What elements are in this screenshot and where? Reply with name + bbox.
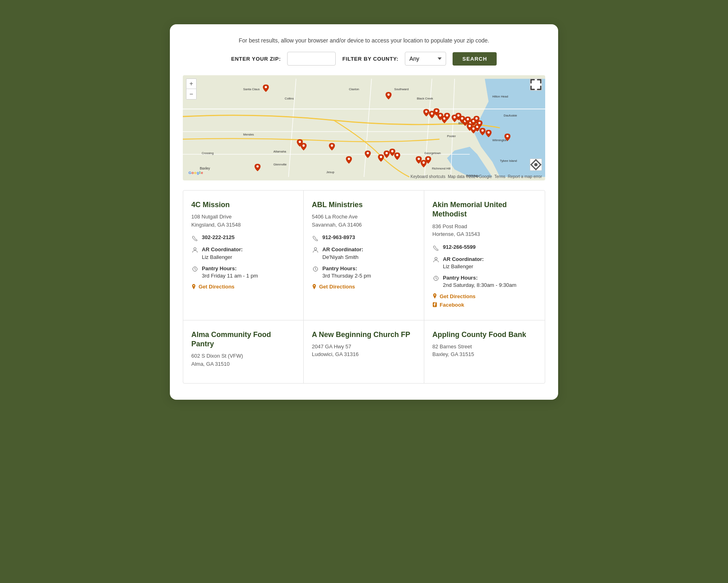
zoom-in-button[interactable]: + [186, 78, 197, 89]
svg-text:Glennville: Glennville [273, 163, 287, 166]
svg-point-65 [256, 165, 259, 167]
county-select[interactable]: Any Appling Atkinson Bacon Brantley Brya… [405, 52, 446, 66]
svg-point-40 [472, 127, 475, 130]
card-name: A New Beginning Church FP [312, 330, 416, 339]
zip-input[interactable] [287, 52, 336, 66]
cards-grid: 4C Mission 108 Nutgall Drive Kingsland, … [183, 190, 545, 384]
card-name: Appling County Food Bank [432, 330, 537, 339]
hours-icon [312, 265, 319, 273]
svg-point-62 [418, 158, 420, 160]
directions-link[interactable]: Get Directions [191, 284, 295, 290]
svg-text:Santa Claus: Santa Claus [243, 87, 260, 91]
location-notice: For best results, allow your browser and… [183, 37, 545, 44]
map-container: Baxley Glennville Jesup Georgetown Poole… [183, 75, 545, 180]
svg-point-56 [396, 154, 398, 156]
report-map-error-link[interactable]: Report a map error [508, 174, 542, 179]
phone-icon [432, 244, 440, 252]
card-a-new-beginning: A New Beginning Church FP 2047 GA Hwy 57… [304, 320, 424, 384]
svg-point-61 [387, 93, 390, 96]
svg-point-47 [431, 112, 433, 115]
search-button[interactable]: SEARCH [453, 52, 497, 66]
card-name: Akin Memorial United Methodist [432, 200, 537, 219]
card-coordinator-row: AR Coordinator: Liz Ballenger [191, 246, 295, 261]
keyboard-shortcuts-link[interactable]: Keyboard shortcuts [411, 174, 445, 179]
map-data-credit: Map data ©2024 Google [448, 174, 492, 179]
coordinator-icon [191, 246, 199, 254]
svg-point-49 [439, 114, 442, 117]
card-phone-row: 912-266-5599 [432, 244, 537, 252]
zoom-out-button[interactable]: − [186, 89, 197, 100]
svg-text:G: G [188, 171, 191, 175]
hours-info: Pantry Hours: 3rd Friday 11 am - 1 pm [202, 265, 258, 280]
directions-link[interactable]: Get Directions [312, 284, 416, 290]
svg-point-44 [487, 131, 490, 134]
phone-number: 912-963-8973 [322, 234, 355, 240]
card-phone-row: 302-222-2125 [191, 234, 295, 242]
card-coordinator-row: AR Coordinator: De'Niyah Smith [312, 246, 416, 261]
svg-text:Black Creek: Black Creek [417, 97, 433, 100]
card-4c-mission: 4C Mission 108 Nutgall Drive Kingsland, … [183, 191, 304, 320]
svg-text:Altamaha: Altamaha [273, 150, 286, 153]
svg-text:Daufuskie: Daufuskie [504, 114, 517, 117]
svg-text:Jesup: Jesup [326, 170, 334, 174]
coordinator-icon [312, 246, 319, 254]
card-address: 82 Barnes Street Baxley, GA 31515 [432, 343, 537, 358]
card-address: 108 Nutgall Drive Kingsland, GA 31548 [191, 213, 295, 229]
svg-text:Claxton: Claxton [349, 87, 359, 91]
coordinator-info: AR Coordinator: Liz Ballenger [443, 256, 484, 270]
svg-text:Georgetown: Georgetown [424, 151, 441, 155]
hours-icon [191, 265, 199, 273]
svg-point-52 [367, 152, 369, 155]
card-address: 2047 GA Hwy 57 Ludowici, GA 31316 [312, 343, 416, 358]
map-location-button[interactable] [530, 159, 542, 171]
svg-text:Wilmington: Wilmington [492, 138, 507, 142]
card-abl-ministries: ABL Ministries 5406 La Roche Ave Savanna… [304, 191, 424, 320]
card-hours-row: Pantry Hours: 3rd Thursday 2-5 pm [312, 265, 416, 280]
facebook-link[interactable]: Facebook [432, 302, 537, 308]
svg-point-80 [435, 257, 437, 260]
svg-point-74 [194, 248, 196, 250]
svg-point-54 [391, 150, 394, 153]
card-name: Alma Community Food Pantry [191, 330, 295, 349]
map-footer: Keyboard shortcuts Map data ©2024 Google… [411, 174, 542, 179]
svg-point-38 [475, 117, 478, 120]
svg-point-79 [314, 285, 315, 286]
search-bar: ENTER YOUR ZIP: FILTER BY COUNTY: Any Ap… [183, 52, 545, 66]
coordinator-icon [432, 256, 440, 263]
svg-text:Crossing: Crossing [202, 151, 214, 155]
coordinator-info: AR Coordinator: Liz Ballenger [202, 246, 243, 261]
svg-point-59 [331, 144, 333, 147]
svg-point-63 [423, 161, 425, 164]
svg-point-46 [425, 110, 427, 113]
svg-text:o: o [191, 171, 194, 175]
map-expand-button[interactable] [530, 78, 542, 91]
svg-text:Tybee Island: Tybee Island [500, 159, 517, 163]
card-phone-row: 912-963-8973 [312, 234, 416, 242]
card-address: 5406 La Roche Ave Savannah, GA 31406 [312, 213, 416, 229]
card-name: ABL Ministries [312, 200, 416, 210]
hours-info: Pantry Hours: 2nd Saturday, 8:30am - 9:3… [443, 274, 516, 289]
svg-point-77 [314, 248, 317, 250]
svg-text:g: g [197, 171, 199, 175]
svg-text:e: e [201, 171, 203, 175]
svg-point-32 [457, 114, 460, 117]
zip-label: ENTER YOUR ZIP: [231, 56, 281, 62]
svg-point-35 [467, 118, 469, 121]
svg-point-51 [446, 114, 449, 117]
card-hours-row: Pantry Hours: 3rd Friday 11 am - 1 pm [191, 265, 295, 280]
phone-icon [191, 235, 199, 242]
hours-icon [432, 275, 440, 282]
svg-point-57 [299, 141, 301, 143]
svg-point-73 [534, 163, 538, 166]
card-name: 4C Mission [191, 200, 295, 210]
svg-text:Southward: Southward [394, 87, 409, 91]
card-hours-row: Pantry Hours: 2nd Saturday, 8:30am - 9:3… [432, 274, 537, 289]
svg-point-76 [193, 285, 195, 286]
svg-text:l: l [199, 171, 201, 175]
card-alma-community: Alma Community Food Pantry 602 S Dixon S… [183, 320, 304, 384]
directions-link[interactable]: Get Directions [432, 293, 537, 299]
svg-point-39 [469, 125, 471, 127]
terms-link[interactable]: Terms [494, 174, 505, 179]
svg-point-58 [303, 144, 305, 147]
card-akin-memorial: Akin Memorial United Methodist 836 Post … [424, 191, 545, 320]
